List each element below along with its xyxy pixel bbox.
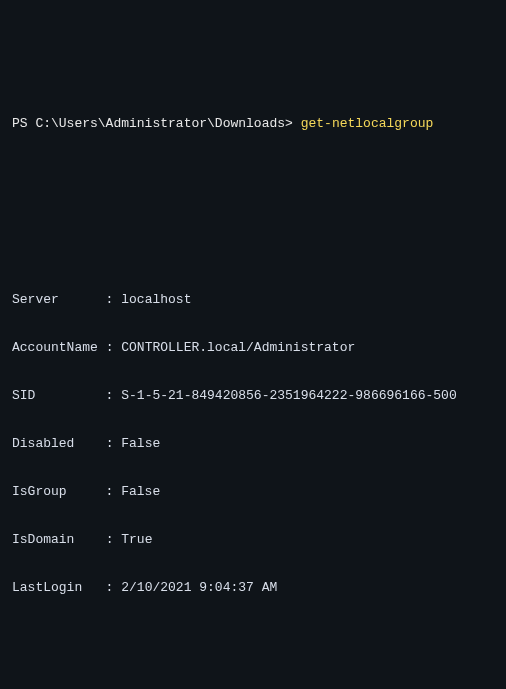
prompt-line: PS C:\Users\Administrator\Downloads> get… <box>0 116 506 132</box>
blank-line <box>0 164 506 180</box>
field-accountname: AccountName : CONTROLLER.local/Administr… <box>0 340 506 356</box>
prompt-path: PS C:\Users\Administrator\Downloads> <box>12 116 293 131</box>
prompt-command: get-netlocalgroup <box>301 116 434 131</box>
blank-line <box>0 212 506 228</box>
blank-line <box>0 628 506 644</box>
field-lastlogin: LastLogin : 2/10/2021 9:04:37 AM <box>0 580 506 596</box>
field-sid: SID : S-1-5-21-849420856-2351964222-9866… <box>0 388 506 404</box>
terminal-output[interactable]: PS C:\Users\Administrator\Downloads> get… <box>0 80 506 689</box>
field-disabled: Disabled : False <box>0 436 506 452</box>
field-isdomain: IsDomain : True <box>0 532 506 548</box>
field-server: Server : localhost <box>0 292 506 308</box>
field-isgroup: IsGroup : False <box>0 484 506 500</box>
